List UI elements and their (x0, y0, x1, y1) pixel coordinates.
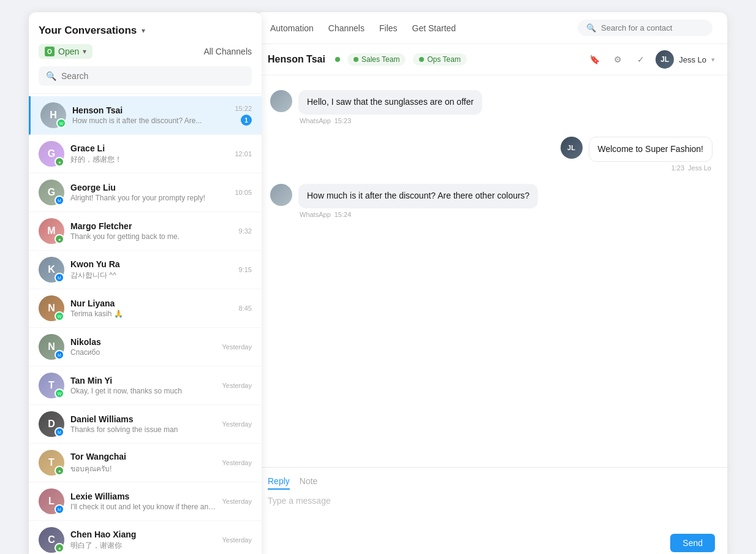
conversation-time: 15:22 (235, 105, 252, 112)
conversation-item[interactable]: H W Henson Tsai How much is it after the… (29, 96, 262, 135)
nav-channels[interactable]: Channels (328, 21, 365, 36)
avatar-wrap: N M (39, 334, 64, 360)
open-badge-text: Open (58, 47, 79, 56)
panel-header: Your Conversations ▾ O Open ▾ All Channe… (29, 12, 262, 94)
sales-team-label: Sales Team (361, 55, 399, 64)
conversation-time: 10:05 (235, 189, 252, 196)
conversation-preview: Thanks for solving the issue man (70, 425, 216, 434)
message-content: How much is it after the discount? Are t… (298, 184, 538, 218)
filter-row: O Open ▾ All Channels (39, 44, 252, 59)
sales-team-dot (353, 57, 358, 62)
conversation-name: Chen Hao Xiang (70, 529, 216, 539)
message-bubble: Hello, I saw that the sunglasses are on … (298, 90, 482, 115)
conversation-item[interactable]: C ● Chen Hao Xiang 明白了，谢谢你 Yesterday (29, 521, 262, 554)
conversation-info: Henson Tsai How much is it after the dis… (72, 105, 229, 125)
nav-files[interactable]: Files (379, 21, 398, 36)
conversation-info: Lexie Williams I'll check it out and let… (70, 491, 216, 511)
conversation-item[interactable]: N M Nikolas Спасибо Yesterday (29, 328, 262, 366)
conversation-item[interactable]: N W Nur Liyana Terima kasih 🙏 8:45 (29, 289, 262, 328)
conversation-time: Yesterday (222, 536, 252, 544)
reply-input[interactable] (268, 496, 715, 526)
top-nav: Automation Channels Files Get Started 🔍 (255, 12, 727, 44)
conversation-meta: 12:01 (235, 150, 252, 157)
bookmark-icon[interactable]: 🔖 (586, 51, 603, 68)
conversation-meta: Yesterday (222, 459, 252, 466)
search-icon: 🔍 (46, 71, 56, 81)
conversation-info: Chen Hao Xiang 明白了，谢谢你 (70, 529, 216, 551)
conversation-time: 9:32 (239, 227, 252, 235)
conversation-preview: Спасибо (70, 348, 216, 357)
message-content: Hello, I saw that the sunglasses are on … (298, 90, 482, 124)
conversation-item[interactable]: G M George Liu Alright! Thank you for yo… (29, 173, 262, 212)
message-meta: WhatsApp 15:24 (298, 211, 538, 218)
conversation-preview: Alright! Thank you for your prompty repl… (70, 194, 229, 202)
channel-badge: ● (55, 157, 64, 167)
conversation-meta: Yesterday (222, 382, 252, 389)
conversation-preview: Okay, I get it now, thanks so much (70, 387, 216, 395)
conversation-item[interactable]: T W Tan Min Yi Okay, I get it now, thank… (29, 366, 262, 405)
avatar-wrap: L M (39, 488, 64, 514)
contact-search-input[interactable] (601, 23, 704, 32)
conversation-time: 9:15 (239, 266, 252, 273)
reply-tab[interactable]: Reply (268, 476, 290, 490)
conversation-item[interactable]: M ● Margo Fletcher Thank you for getting… (29, 212, 262, 251)
conversation-item[interactable]: D M Daniel Williams Thanks for solving t… (29, 405, 262, 444)
conversation-time: Yesterday (222, 382, 252, 389)
check-icon[interactable]: ✓ (632, 51, 649, 68)
channel-badge: W (55, 389, 64, 398)
chevron-down-icon[interactable]: ▾ (142, 26, 145, 35)
agent-avatar: JL (656, 50, 674, 69)
conversation-time: Yesterday (222, 459, 252, 466)
open-filter-badge[interactable]: O Open ▾ (39, 44, 93, 59)
avatar-wrap: K M (39, 257, 64, 283)
nav-get-started[interactable]: Get Started (412, 21, 456, 36)
conversation-item[interactable]: G ● Grace Li 好的，感谢您！ 12:01 (29, 135, 262, 173)
message-time: 15:24 (335, 211, 352, 218)
ops-team-badge[interactable]: Ops Team (413, 53, 466, 66)
conversation-name: Grace Li (70, 143, 229, 153)
conversation-time: Yesterday (222, 420, 252, 428)
avatar-wrap: G M (39, 180, 64, 205)
channel-badge: M (55, 195, 64, 205)
chat-header-actions: 🔖 ⚙ ✓ JL Jess Lo ▾ (586, 50, 715, 69)
message-meta: WhatsApp 15:23 (298, 117, 482, 124)
conversation-item[interactable]: T ● Tor Wangchai ขอบคุณครับ! Yesterday (29, 444, 262, 482)
message-avatar (270, 90, 292, 112)
settings-icon[interactable]: ⚙ (609, 51, 626, 68)
conversation-preview: 明白了，谢谢你 (70, 541, 216, 551)
conversation-meta: Yesterday (222, 343, 252, 351)
avatar-wrap: N W (39, 295, 64, 321)
chat-contact-name: Henson Tsai (268, 54, 325, 65)
message-time: 1:23 (671, 164, 684, 172)
channel-badge: M (55, 273, 64, 283)
note-tab[interactable]: Note (300, 476, 318, 490)
right-panel: Automation Channels Files Get Started 🔍 … (255, 12, 727, 554)
conversation-name: Nur Liyana (70, 298, 233, 308)
conversation-preview: ขอบคุณครับ! (70, 463, 216, 474)
conversation-info: Tan Min Yi Okay, I get it now, thanks so… (70, 376, 216, 395)
nav-automation[interactable]: Automation (270, 21, 314, 36)
message-bubble: How much is it after the discount? Are t… (298, 184, 538, 208)
conversation-meta: 9:15 (239, 266, 252, 273)
sales-team-badge[interactable]: Sales Team (347, 53, 406, 66)
avatar-wrap: M ● (39, 218, 64, 244)
channel-badge: M (55, 504, 64, 514)
agent-badge[interactable]: JL Jess Lo ▾ (656, 50, 715, 69)
conversation-item[interactable]: K M Kwon Yu Ra 감사합니다 ^^ 9:15 (29, 251, 262, 289)
conversation-info: Nikolas Спасибо (70, 337, 216, 357)
message-channel: WhatsApp (300, 117, 331, 124)
ops-team-label: Ops Team (427, 55, 460, 64)
channel-badge: ● (55, 543, 64, 553)
message-time: 15:23 (335, 117, 352, 124)
search-input[interactable] (61, 71, 244, 81)
conversation-time: Yesterday (222, 498, 252, 505)
message-row: Welcome to Super Fashion! 1:23 Jess Lo J… (270, 137, 713, 172)
ops-team-dot (419, 57, 424, 62)
conversations-title-row: Your Conversations ▾ (39, 25, 252, 37)
message-avatar (270, 184, 292, 206)
send-button[interactable]: Send (670, 534, 715, 552)
all-channels-filter[interactable]: All Channels (203, 47, 252, 56)
conversation-list: H W Henson Tsai How much is it after the… (29, 94, 262, 554)
conversation-item[interactable]: L M Lexie Williams I'll check it out and… (29, 482, 262, 521)
message-content: Welcome to Super Fashion! 1:23 Jess Lo (589, 137, 713, 172)
